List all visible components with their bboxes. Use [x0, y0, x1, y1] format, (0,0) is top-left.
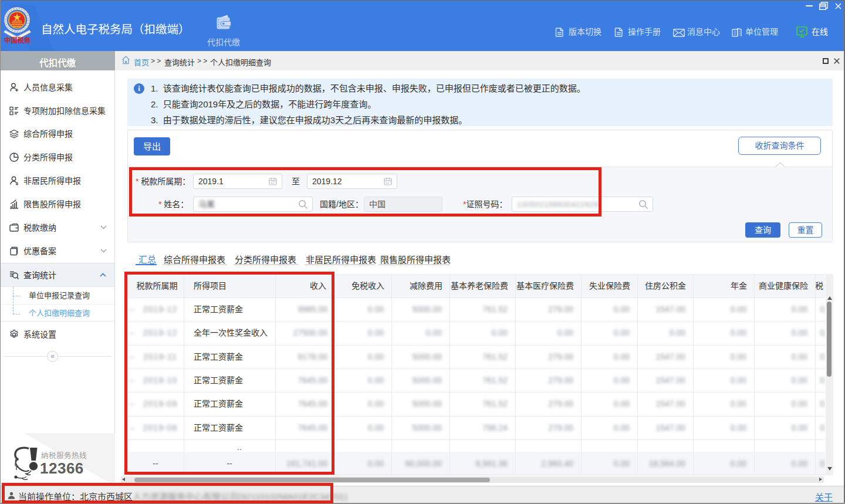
svg-text:中国税务: 中国税务	[4, 35, 31, 45]
